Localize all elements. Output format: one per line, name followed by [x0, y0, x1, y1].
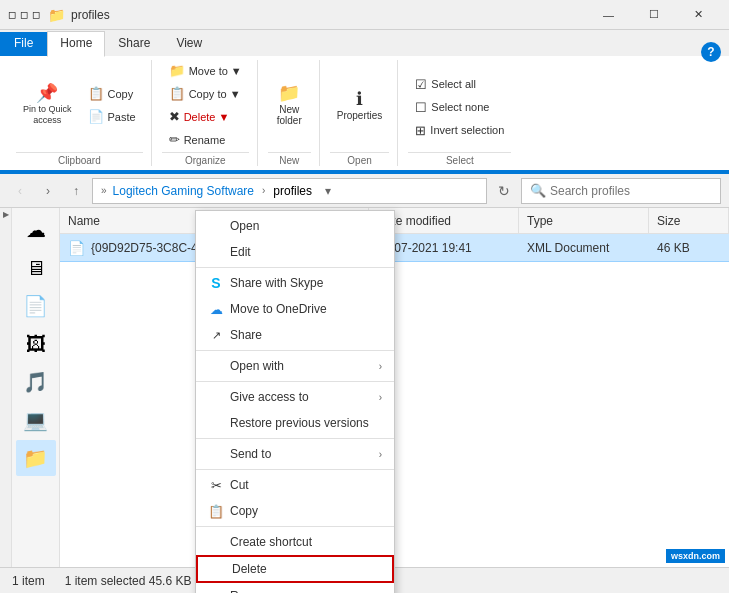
- ctx-move-onedrive[interactable]: ☁ Move to OneDrive: [196, 296, 394, 322]
- forward-button[interactable]: ›: [36, 179, 60, 203]
- nav-pictures[interactable]: 🖼: [16, 326, 56, 362]
- address-breadcrumb1[interactable]: Logitech Gaming Software: [113, 184, 254, 198]
- new-folder-button[interactable]: 📁 Newfolder: [270, 79, 309, 131]
- rename-icon: ✏: [169, 132, 180, 147]
- ctx-give-access-icon: [208, 389, 224, 405]
- ctx-edit[interactable]: Edit: [196, 239, 394, 265]
- back-button[interactable]: ‹: [8, 179, 32, 203]
- copy-button[interactable]: 📋 Copy: [81, 83, 143, 104]
- ctx-rename[interactable]: Rename: [196, 583, 394, 593]
- context-menu: Open Edit S Share with Skype ☁ Move to O…: [195, 210, 395, 593]
- file-type-cell: XML Document: [519, 234, 649, 261]
- left-expand-panel: ▶: [0, 208, 12, 593]
- maximize-button[interactable]: ☐: [631, 0, 676, 30]
- title-bar-icons: ◻ ◻ ◻: [8, 9, 40, 20]
- ribbon-tabs: File Home Share View ?: [0, 30, 729, 56]
- col-header-size[interactable]: Size: [649, 208, 729, 233]
- ctx-delete[interactable]: Delete: [196, 555, 394, 583]
- select-none-button[interactable]: ☐ Select none: [408, 97, 511, 118]
- ctx-restore[interactable]: Restore previous versions: [196, 410, 394, 436]
- open-items: ℹ Properties: [330, 60, 390, 150]
- tab-view[interactable]: View: [163, 31, 215, 57]
- select-all-button[interactable]: ☑ Select all: [408, 74, 511, 95]
- select-none-icon: ☐: [415, 100, 427, 115]
- paste-button[interactable]: 📄 Paste: [81, 106, 143, 127]
- ctx-sep-6: [196, 526, 394, 527]
- watermark: wsxdn.com: [666, 549, 725, 563]
- ctx-sep-3: [196, 381, 394, 382]
- refresh-button[interactable]: ↻: [491, 178, 517, 204]
- nav-music[interactable]: 🎵: [16, 364, 56, 400]
- expand-arrow-icon[interactable]: ▶: [3, 210, 9, 219]
- pin-quick-access-button[interactable]: 📌 Pin to Quickaccess: [16, 79, 79, 131]
- copy-to-button[interactable]: 📋 Copy to ▼: [162, 83, 249, 104]
- ctx-cut[interactable]: ✂ Cut: [196, 472, 394, 498]
- delete-ribbon-button[interactable]: ✖ Delete ▼: [162, 106, 249, 127]
- search-input[interactable]: [550, 184, 712, 198]
- tab-file[interactable]: File: [0, 32, 47, 56]
- clipboard-label: Clipboard: [16, 152, 143, 166]
- clipboard-group: 📌 Pin to Quickaccess 📋 Copy 📄 Paste Clip…: [8, 60, 152, 166]
- ctx-cut-icon: ✂: [208, 477, 224, 493]
- title-bar-icon-3: ◻: [32, 9, 40, 20]
- nav-folder-current[interactable]: 📁: [16, 440, 56, 476]
- copy-to-icon: 📋: [169, 86, 185, 101]
- left-nav: ☁ 🖥 📄 🖼 🎵 💻 📁: [12, 208, 60, 593]
- ctx-open[interactable]: Open: [196, 213, 394, 239]
- open-label: Open: [330, 152, 390, 166]
- ctx-send-to[interactable]: Send to ›: [196, 441, 394, 467]
- tab-share[interactable]: Share: [105, 31, 163, 57]
- new-label: New: [268, 152, 311, 166]
- nav-desktop[interactable]: 🖥: [16, 250, 56, 286]
- help-button[interactable]: ?: [701, 42, 721, 62]
- title-folder-icon: 📁: [48, 7, 65, 23]
- ctx-give-access-arrow: ›: [379, 392, 382, 403]
- move-to-button[interactable]: 📁 Move to ▼: [162, 60, 249, 81]
- copy-icon: 📋: [88, 86, 104, 101]
- ctx-create-shortcut[interactable]: Create shortcut: [196, 529, 394, 555]
- ctx-sep-4: [196, 438, 394, 439]
- ctx-copy-icon: 📋: [208, 503, 224, 519]
- nav-computer[interactable]: 💻: [16, 402, 56, 438]
- new-group: 📁 Newfolder New: [260, 60, 320, 166]
- properties-icon: ℹ: [356, 90, 363, 108]
- clipboard-items: 📌 Pin to Quickaccess 📋 Copy 📄 Paste: [16, 60, 143, 150]
- organize-label: Organize: [162, 152, 249, 166]
- ctx-share-icon: ↗: [208, 327, 224, 343]
- title-bar-icon-1: ◻: [8, 9, 16, 20]
- search-icon: 🔍: [530, 183, 546, 198]
- nav-documents[interactable]: 📄: [16, 288, 56, 324]
- ctx-copy[interactable]: 📋 Copy: [196, 498, 394, 524]
- rename-button[interactable]: ✏ Rename: [162, 129, 249, 150]
- delete-ribbon-icon: ✖: [169, 109, 180, 124]
- paste-icon: 📄: [88, 109, 104, 124]
- ctx-restore-icon: [208, 415, 224, 431]
- file-size-cell: 46 KB: [649, 234, 729, 261]
- pin-icon: 📌: [36, 84, 58, 102]
- address-bar[interactable]: » Logitech Gaming Software › profiles ▾: [92, 178, 487, 204]
- search-bar[interactable]: 🔍: [521, 178, 721, 204]
- open-group: ℹ Properties Open: [322, 60, 399, 166]
- col-header-type[interactable]: Type: [519, 208, 649, 233]
- move-to-icon: 📁: [169, 63, 185, 78]
- address-dropdown-icon[interactable]: ▾: [318, 184, 338, 198]
- ctx-open-with[interactable]: Open with ›: [196, 353, 394, 379]
- close-button[interactable]: ✕: [676, 0, 721, 30]
- properties-button[interactable]: ℹ Properties: [330, 85, 390, 126]
- ctx-give-access[interactable]: Give access to ›: [196, 384, 394, 410]
- up-button[interactable]: ↑: [64, 179, 88, 203]
- minimize-button[interactable]: —: [586, 0, 631, 30]
- file-icon: 📄: [68, 240, 85, 256]
- ctx-share[interactable]: ↗ Share: [196, 322, 394, 348]
- ctx-share-skype[interactable]: S Share with Skype: [196, 270, 394, 296]
- ctx-sep-5: [196, 469, 394, 470]
- ctx-edit-icon: [208, 244, 224, 260]
- ribbon: File Home Share View ? 📌 Pin to Quickacc…: [0, 30, 729, 174]
- nav-onedrive[interactable]: ☁: [16, 212, 56, 248]
- tab-home[interactable]: Home: [47, 31, 105, 57]
- invert-selection-icon: ⊞: [415, 123, 426, 138]
- new-folder-icon: 📁: [278, 84, 300, 102]
- invert-selection-button[interactable]: ⊞ Invert selection: [408, 120, 511, 141]
- ctx-onedrive-icon: ☁: [208, 301, 224, 317]
- ctx-skype-icon: S: [208, 275, 224, 291]
